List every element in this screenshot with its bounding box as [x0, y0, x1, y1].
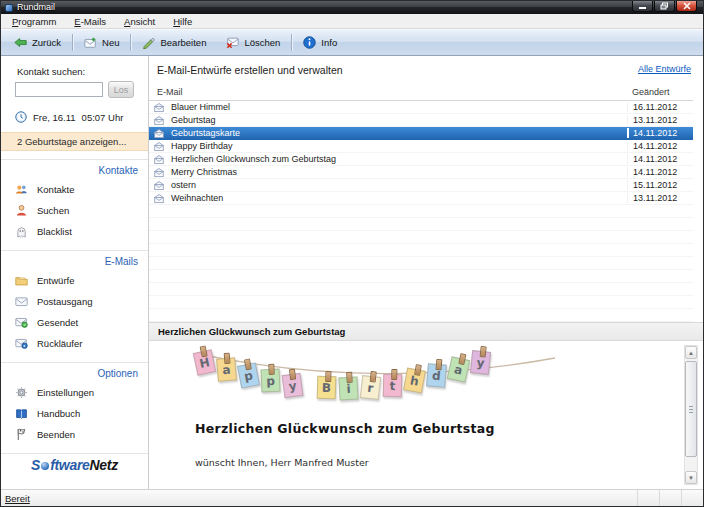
sidebar-item-r-ckl-ufer[interactable]: Rückläufer: [1, 333, 148, 354]
contact-search-input[interactable]: [15, 82, 103, 97]
sidebar-item-suchen[interactable]: Suchen: [1, 200, 148, 221]
menu-emails[interactable]: E-Mails: [65, 15, 115, 28]
sidebar-item-label: Suchen: [37, 205, 69, 216]
email-row[interactable]: Herzlichen Glückwunsch zum Geburtstag14.…: [149, 153, 693, 166]
info-label: Info: [321, 37, 337, 48]
close-icon: [683, 2, 691, 10]
email-row[interactable]: Merry Christmas14.11.2012: [149, 166, 693, 179]
app-window: Rundmail Programm E-Mails Ansicht Hilfe …: [0, 0, 704, 507]
sidebar-item-label: Rückläufer: [37, 338, 82, 349]
sidebar-item-label: Kontakte: [37, 184, 75, 195]
scroll-down-icon[interactable]: ▼: [685, 471, 697, 484]
sidebar-item-postausgang[interactable]: Postausgang: [1, 291, 148, 312]
preview-pane: HappyBirthday Herzlichen Glückwunsch zum…: [149, 341, 703, 489]
empty-row: [149, 257, 693, 270]
sidebar-section-kontakte: Kontakte: [1, 159, 148, 179]
delete-button[interactable]: Löschen: [216, 30, 290, 55]
menu-hilfe[interactable]: Hilfe: [164, 15, 201, 28]
delete-icon: [226, 36, 239, 49]
status-bar: Bereit: [1, 489, 703, 506]
column-date[interactable]: Geändert: [627, 87, 693, 97]
back-button[interactable]: Zurück: [4, 30, 71, 55]
email-row[interactable]: Happy Birthday14.11.2012: [149, 140, 693, 153]
current-time: 05:07 Uhr: [82, 112, 124, 123]
banner-letter-card: p: [261, 369, 281, 393]
sidebar-item-handbuch[interactable]: Handbuch: [1, 403, 148, 424]
scroll-thumb[interactable]: [685, 361, 697, 457]
clock-icon: [15, 111, 27, 123]
sidebar-item-label: Postausgang: [37, 296, 92, 307]
sidebar-item-label: Blacklist: [37, 226, 72, 237]
email-row[interactable]: ostern15.11.2012: [149, 179, 693, 192]
empty-row: [149, 205, 693, 218]
preview-subject: Herzlichen Glückwunsch zum Geburtstag: [149, 322, 703, 341]
settings-gear-icon: [15, 386, 28, 399]
sidebar-item-einstellungen[interactable]: Einstellungen: [1, 382, 148, 403]
all-drafts-link[interactable]: Alle Entwürfe: [638, 64, 691, 74]
delete-label: Löschen: [244, 37, 280, 48]
email-row[interactable]: Weihnachten13.11.2012: [149, 192, 693, 205]
banner-letter-card: a: [216, 357, 237, 381]
logo-part3: Netz: [90, 457, 118, 473]
email-subject: Geburtstag: [171, 115, 627, 125]
status-text: Bereit: [5, 493, 30, 504]
banner-letter-card: p: [237, 362, 260, 388]
email-row[interactable]: Geburtstagskarte14.11.2012: [149, 127, 693, 140]
exit-flag-icon: [15, 428, 28, 441]
restore-button[interactable]: [654, 1, 675, 12]
email-row[interactable]: Geburtstag13.11.2012: [149, 114, 693, 127]
edit-button[interactable]: Bearbeiten: [132, 30, 216, 55]
draft-envelope-icon: [153, 128, 165, 139]
email-date: 14.11.2012: [627, 154, 693, 164]
email-subject: Geburtstagskarte: [171, 128, 627, 138]
draft-envelope-icon: [153, 102, 165, 113]
sidebar-item-gesendet[interactable]: Gesendet: [1, 312, 148, 333]
content-area: Kontakt suchen: Los Fre, 16.11 05:07 Uhr…: [1, 56, 703, 489]
sidebar-item-kontakte[interactable]: Kontakte: [1, 179, 148, 200]
contact-search-go-button[interactable]: Los: [108, 81, 134, 98]
empty-row: [149, 270, 693, 283]
banner-letter-card: i: [338, 377, 358, 401]
menu-ansicht[interactable]: Ansicht: [115, 15, 164, 28]
info-icon: [303, 36, 316, 49]
search-person-icon: [15, 204, 28, 217]
birthday-notice[interactable]: 2 Geburtstage anzeigen...: [1, 132, 148, 151]
sidebar-item-beenden[interactable]: Beenden: [1, 424, 148, 445]
email-row[interactable]: Blauer Himmel16.11.2012: [149, 101, 693, 114]
drafts-table: E-Mail Geändert Blauer Himmel16.11.2012G…: [149, 76, 693, 322]
preview-scrollbar[interactable]: ▲ ▼: [684, 345, 698, 485]
info-button[interactable]: Info: [293, 30, 347, 55]
edit-icon: [142, 36, 155, 49]
sent-envelope-icon: [15, 316, 28, 329]
minimize-button[interactable]: [632, 1, 653, 12]
new-button[interactable]: Neu: [74, 30, 129, 55]
email-date: 14.11.2012: [627, 141, 693, 151]
banner-letter-card: r: [360, 375, 381, 400]
sidebar-section-optionen: Optionen: [1, 362, 148, 382]
blacklist-ghost-icon: [15, 225, 28, 238]
greeting-text: Herzlichen Glückwunsch zum Geburtstag: [195, 421, 495, 436]
email-subject: Weihnachten: [171, 193, 627, 203]
empty-row: [149, 296, 693, 309]
scroll-up-icon[interactable]: ▲: [685, 346, 697, 359]
email-date: 13.11.2012: [627, 115, 693, 125]
sidebar-item-entw-rfe[interactable]: Entwürfe: [1, 270, 148, 291]
email-subject: Happy Birthday: [171, 141, 627, 151]
logo-part1: S: [31, 457, 40, 473]
draft-envelope-icon: [153, 154, 165, 165]
column-email[interactable]: E-Mail: [149, 87, 627, 97]
menu-programm[interactable]: Programm: [3, 15, 65, 28]
close-button[interactable]: [676, 1, 697, 12]
contact-search-label: Kontakt suchen:: [17, 66, 148, 77]
page-title: E-Mail-Entwürfe erstellen und verwalten: [157, 64, 343, 76]
toolbar-separator: [130, 34, 131, 51]
email-subject: Herzlichen Glückwunsch zum Geburtstag: [171, 154, 627, 164]
back-icon: [14, 36, 27, 49]
minimize-icon: [638, 3, 647, 10]
sidebar-item-label: Gesendet: [37, 317, 78, 328]
window-controls: [632, 1, 697, 12]
manual-book-icon: [15, 407, 28, 420]
email-subject: ostern: [171, 180, 627, 190]
title-bar[interactable]: Rundmail: [1, 1, 703, 14]
sidebar-item-blacklist[interactable]: Blacklist: [1, 221, 148, 242]
